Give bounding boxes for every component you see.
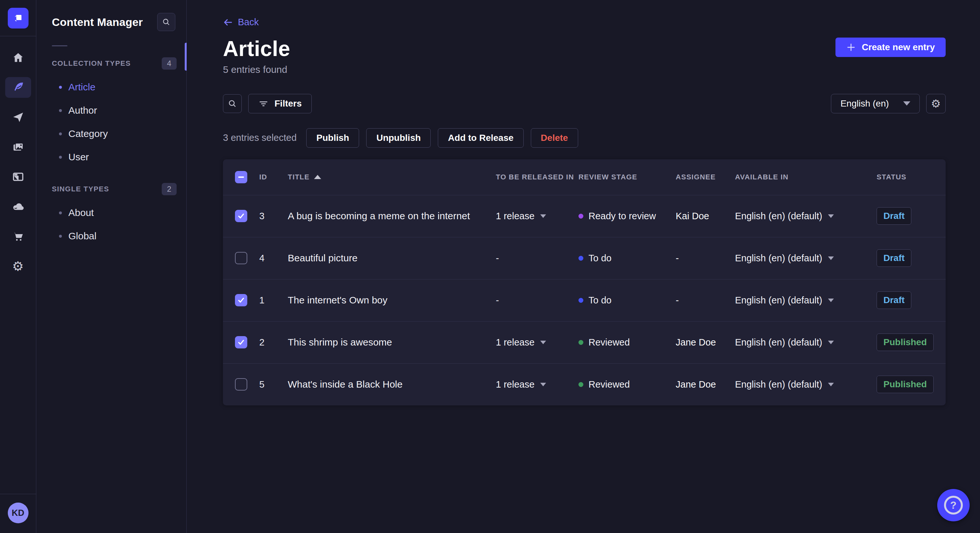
cell-release[interactable]: 1 release	[496, 211, 579, 222]
sidebar-search-button[interactable]	[157, 13, 175, 31]
table-row[interactable]: 4 Beautiful picture - To do - English (e…	[223, 237, 946, 279]
stage-dot-icon	[579, 340, 583, 345]
section-label-single-types: SINGLE TYPES	[52, 185, 109, 194]
cell-review-stage: Reviewed	[579, 379, 676, 390]
cell-id: 5	[259, 379, 288, 390]
filters-label: Filters	[275, 98, 302, 109]
cell-assignee: Jane Doe	[676, 379, 735, 390]
sidebar-item-marketplace[interactable]	[5, 226, 31, 247]
cell-review-stage: Reviewed	[579, 337, 676, 348]
layout-icon	[12, 171, 24, 183]
sidebar-item-user[interactable]: User	[36, 145, 186, 169]
strapi-logo-icon	[8, 8, 29, 29]
cell-release[interactable]: 1 release	[496, 379, 579, 390]
cell-assignee: -	[676, 253, 735, 263]
column-header-assignee: ASSIGNEE	[676, 173, 735, 181]
sidebar-item-content-type-builder[interactable]	[5, 167, 31, 187]
search-button[interactable]	[223, 94, 242, 113]
sidebar-item-article[interactable]: Article	[36, 75, 186, 99]
select-all-checkbox[interactable]	[235, 171, 247, 183]
table-row[interactable]: 1 The internet's Own boy - To do - Engli…	[223, 279, 946, 321]
sidebar-item-deploy[interactable]	[5, 196, 31, 217]
sidebar-item-global[interactable]: Global	[36, 224, 186, 248]
chevron-down-icon	[540, 383, 546, 386]
bullet-icon	[59, 156, 62, 159]
locale-select[interactable]: English (en)	[831, 94, 920, 113]
sidebar-item-label: Global	[68, 230, 97, 241]
add-to-release-button[interactable]: Add to Release	[438, 128, 523, 148]
row-checkbox[interactable]	[235, 336, 247, 348]
main-nav-rail: ⚙ KD	[0, 0, 36, 533]
cell-assignee: Jane Doe	[676, 337, 735, 348]
sidebar-item-label: Category	[68, 128, 108, 139]
single-types-count-badge: 2	[162, 183, 177, 195]
cell-available-in[interactable]: English (en) (default)	[735, 253, 877, 263]
cell-id: 2	[259, 337, 288, 348]
sidebar-item-content-manager[interactable]	[5, 77, 31, 98]
row-checkbox[interactable]	[235, 210, 247, 222]
strapi-logo-cell[interactable]	[0, 0, 36, 36]
cell-title: Beautiful picture	[288, 252, 496, 263]
cell-id: 3	[259, 211, 288, 222]
view-settings-button[interactable]: ⚙	[926, 94, 946, 113]
cell-available-in[interactable]: English (en) (default)	[735, 211, 877, 222]
publish-button[interactable]: Publish	[306, 128, 359, 148]
row-checkbox[interactable]	[235, 252, 247, 264]
create-new-entry-label: Create new entry	[862, 42, 935, 52]
cell-available-in[interactable]: English (en) (default)	[735, 337, 877, 348]
status-badge: Draft	[877, 249, 911, 267]
delete-button[interactable]: Delete	[531, 128, 578, 148]
table-row[interactable]: 3 A bug is becoming a meme on the intern…	[223, 195, 946, 237]
sidebar-item-label: About	[68, 207, 94, 218]
back-link[interactable]: Back	[223, 17, 259, 27]
cell-review-stage: Ready to review	[579, 211, 676, 222]
bullet-icon	[59, 235, 62, 238]
cell-title: The internet's Own boy	[288, 295, 496, 306]
sidebar-item-media-library[interactable]	[5, 136, 31, 157]
column-header-title[interactable]: TITLE	[288, 173, 496, 181]
arrow-left-icon	[223, 17, 233, 27]
sidebar-item-settings[interactable]: ⚙	[5, 256, 31, 276]
stage-dot-icon	[579, 298, 583, 303]
cell-available-in[interactable]: English (en) (default)	[735, 379, 877, 390]
cell-release: -	[496, 253, 579, 263]
paper-plane-icon	[12, 111, 24, 124]
main-content: Back Article 5 entries found Create new …	[187, 0, 980, 533]
search-icon	[228, 99, 237, 108]
row-checkbox[interactable]	[235, 294, 247, 306]
table-row[interactable]: 2 This shrimp is awesome 1 release Revie…	[223, 321, 946, 363]
cell-release: -	[496, 295, 579, 306]
column-header-available-in: AVAILABLE IN	[735, 173, 877, 181]
row-checkbox[interactable]	[235, 378, 247, 390]
sidebar-item-releases[interactable]	[5, 107, 31, 128]
sidebar-item-category[interactable]: Category	[36, 122, 186, 145]
sort-ascending-icon	[314, 175, 321, 179]
user-avatar[interactable]: KD	[8, 503, 29, 523]
cell-available-in[interactable]: English (en) (default)	[735, 295, 877, 306]
stage-dot-icon	[579, 382, 583, 387]
cell-release[interactable]: 1 release	[496, 337, 579, 348]
filters-button[interactable]: Filters	[248, 94, 312, 113]
chevron-down-icon	[828, 383, 834, 386]
plus-icon	[846, 43, 856, 52]
create-new-entry-button[interactable]: Create new entry	[835, 38, 946, 57]
collection-types-list: Article Author Category User	[36, 75, 186, 169]
gear-icon: ⚙	[12, 260, 24, 273]
bullet-icon	[59, 109, 62, 112]
single-types-list: About Global	[36, 201, 186, 248]
filter-icon	[258, 98, 269, 109]
column-header-id[interactable]: ID	[259, 173, 288, 181]
sidebar-item-about[interactable]: About	[36, 201, 186, 224]
cell-review-stage: To do	[579, 253, 676, 263]
bullet-icon	[59, 132, 62, 135]
sidebar-item-home[interactable]	[5, 47, 31, 68]
entries-table: ID TITLE TO BE RELEASED IN REVIEW STAGE …	[223, 159, 946, 405]
stage-dot-icon	[579, 214, 583, 219]
cell-title: What's inside a Black Hole	[288, 379, 496, 390]
sidebar-item-author[interactable]: Author	[36, 99, 186, 122]
unpublish-button[interactable]: Unpublish	[366, 128, 431, 148]
help-button[interactable]: ?	[937, 489, 970, 521]
status-badge: Draft	[877, 207, 911, 225]
search-icon	[162, 17, 171, 27]
table-row[interactable]: 5 What's inside a Black Hole 1 release R…	[223, 363, 946, 405]
